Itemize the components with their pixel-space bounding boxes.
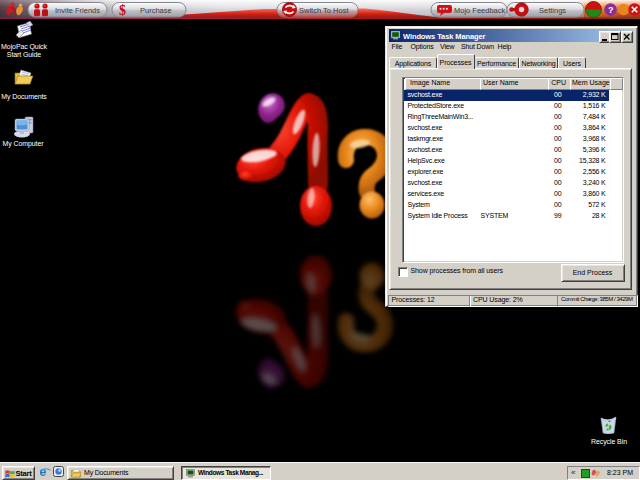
svg-text:Settings: Settings — [539, 6, 566, 15]
svg-text:Switch To Host: Switch To Host — [299, 6, 349, 15]
svg-text:$: $ — [119, 3, 126, 18]
svg-text:Purchase: Purchase — [140, 6, 172, 15]
svg-text:?: ? — [608, 5, 614, 15]
svg-text:Invite Friends: Invite Friends — [55, 6, 100, 15]
svg-text:e: e — [40, 466, 47, 478]
svg-text:Mojo Feedback: Mojo Feedback — [454, 6, 506, 15]
